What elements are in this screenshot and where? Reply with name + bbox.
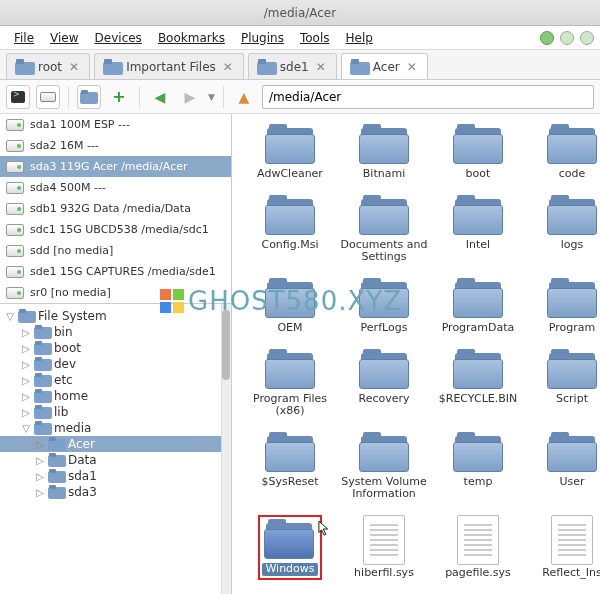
device-item[interactable]: sda2 16M ---: [0, 135, 231, 156]
file-item[interactable]: boot: [432, 124, 524, 181]
file-item[interactable]: $RECYCLE.BIN: [432, 349, 524, 418]
folder-icon: [545, 432, 599, 474]
up-button[interactable]: ▲: [232, 85, 256, 109]
file-item[interactable]: Intel: [432, 195, 524, 264]
menu-plugins[interactable]: Plugins: [233, 29, 292, 47]
file-item[interactable]: $SysReset: [244, 432, 336, 501]
file-item[interactable]: Windows: [244, 515, 336, 580]
menu-tools[interactable]: Tools: [292, 29, 338, 47]
open-folder-button[interactable]: [77, 85, 101, 109]
tree-item[interactable]: ▷Data: [0, 452, 231, 468]
tree-twisty[interactable]: ▽: [4, 311, 16, 322]
file-item[interactable]: logs: [526, 195, 600, 264]
path-input[interactable]: [262, 85, 594, 109]
tree-root[interactable]: ▽ File System: [0, 308, 231, 324]
tree-scrollbar[interactable]: [221, 304, 231, 594]
file-label: temp: [464, 476, 493, 489]
tree-twisty[interactable]: ▷: [34, 455, 46, 466]
toolbar: + ◀ ▶ ▼ ▲: [0, 80, 600, 114]
content-pane[interactable]: AdwCleanerBitnamibootcodeConfig.MsiDocum…: [232, 114, 600, 594]
tab-important-files[interactable]: Important Files ✕: [94, 53, 244, 79]
highlight-annotation: Windows: [258, 515, 321, 580]
tree-twisty[interactable]: ▷: [20, 407, 32, 418]
menu-devices[interactable]: Devices: [87, 29, 150, 47]
file-item[interactable]: OEM: [244, 278, 336, 335]
add-button[interactable]: +: [107, 85, 131, 109]
drive-button[interactable]: [36, 85, 60, 109]
tree-label: dev: [54, 357, 76, 371]
menu-help[interactable]: Help: [337, 29, 380, 47]
file-item[interactable]: System Volume Information: [338, 432, 430, 501]
tree-item[interactable]: ▷dev: [0, 356, 231, 372]
close-icon[interactable]: ✕: [405, 60, 419, 74]
tab-sde1[interactable]: sde1 ✕: [248, 53, 337, 79]
device-item[interactable]: sda1 100M ESP ---: [0, 114, 231, 135]
file-item[interactable]: Documents and Settings: [338, 195, 430, 264]
device-item[interactable]: sda4 500M ---: [0, 177, 231, 198]
tree-label: File System: [38, 309, 107, 323]
tree-item[interactable]: ▷etc: [0, 372, 231, 388]
forward-button[interactable]: ▶: [178, 85, 202, 109]
device-item[interactable]: sr0 [no media]: [0, 282, 231, 303]
window-button-3[interactable]: [580, 31, 594, 45]
device-list[interactable]: sda1 100M ESP --- sda2 16M --- sda3 119G…: [0, 114, 231, 304]
tree-item[interactable]: ▷sda3: [0, 484, 231, 500]
file-item[interactable]: Recovery: [338, 349, 430, 418]
device-item[interactable]: sdb1 932G Data /media/Data: [0, 198, 231, 219]
menu-file[interactable]: File: [6, 29, 42, 47]
file-item[interactable]: Program Files (x86): [244, 349, 336, 418]
tree-item[interactable]: ▷bin: [0, 324, 231, 340]
file-item[interactable]: Config.Msi: [244, 195, 336, 264]
tree-item[interactable]: ▽media: [0, 420, 231, 436]
file-label: $SysReset: [262, 476, 319, 489]
device-item[interactable]: sdd [no media]: [0, 240, 231, 261]
tree-item[interactable]: ▷boot: [0, 340, 231, 356]
close-icon[interactable]: ✕: [314, 60, 328, 74]
tab-root[interactable]: root ✕: [6, 53, 90, 79]
menubar: File View Devices Bookmarks Plugins Tool…: [0, 26, 600, 50]
tree-pane[interactable]: ▽ File System ▷bin ▷boot ▷dev ▷etc ▷home…: [0, 304, 231, 594]
file-item[interactable]: ProgramData: [432, 278, 524, 335]
file-item[interactable]: temp: [432, 432, 524, 501]
file-item[interactable]: Bitnami: [338, 124, 430, 181]
tree-item[interactable]: ▷sda1: [0, 468, 231, 484]
tree-twisty[interactable]: ▷: [20, 327, 32, 338]
file-item[interactable]: hiberfil.sys: [338, 515, 430, 580]
window-button-1[interactable]: [540, 31, 554, 45]
tree-twisty[interactable]: ▷: [34, 471, 46, 482]
file-item[interactable]: code: [526, 124, 600, 181]
terminal-button[interactable]: [6, 85, 30, 109]
file-item[interactable]: PerfLogs: [338, 278, 430, 335]
file-item[interactable]: pagefile.sys: [432, 515, 524, 580]
menu-bookmarks[interactable]: Bookmarks: [150, 29, 233, 47]
tree-twisty[interactable]: ▷: [20, 391, 32, 402]
folder-icon: [357, 278, 411, 320]
close-icon[interactable]: ✕: [221, 60, 235, 74]
back-button[interactable]: ◀: [148, 85, 172, 109]
file-item[interactable]: AdwCleaner: [244, 124, 336, 181]
tree-item-acer[interactable]: ▷Acer: [0, 436, 231, 452]
close-icon[interactable]: ✕: [67, 60, 81, 74]
window-button-2[interactable]: [560, 31, 574, 45]
tree-item[interactable]: ▷home: [0, 388, 231, 404]
file-item[interactable]: Script: [526, 349, 600, 418]
tree-twisty[interactable]: ▽: [20, 423, 32, 434]
tab-acer[interactable]: Acer ✕: [341, 53, 428, 79]
file-item[interactable]: Program: [526, 278, 600, 335]
device-item[interactable]: sda3 119G Acer /media/Acer: [0, 156, 231, 177]
tree-item[interactable]: ▷lib: [0, 404, 231, 420]
drive-icon: [6, 161, 24, 173]
tree-twisty[interactable]: ▷: [34, 439, 46, 450]
menu-view[interactable]: View: [42, 29, 86, 47]
device-item[interactable]: sdc1 15G UBCD538 /media/sdc1: [0, 219, 231, 240]
device-item[interactable]: sde1 15G CAPTURES /media/sde1: [0, 261, 231, 282]
scrollbar-thumb[interactable]: [222, 310, 230, 380]
file-item[interactable]: Reflect_Ins: [526, 515, 600, 580]
file-item[interactable]: User: [526, 432, 600, 501]
history-dropdown[interactable]: ▼: [208, 92, 215, 102]
tree-twisty[interactable]: ▷: [20, 359, 32, 370]
tree-twisty[interactable]: ▷: [34, 487, 46, 498]
drive-icon: [6, 140, 24, 152]
tree-twisty[interactable]: ▷: [20, 375, 32, 386]
tree-twisty[interactable]: ▷: [20, 343, 32, 354]
